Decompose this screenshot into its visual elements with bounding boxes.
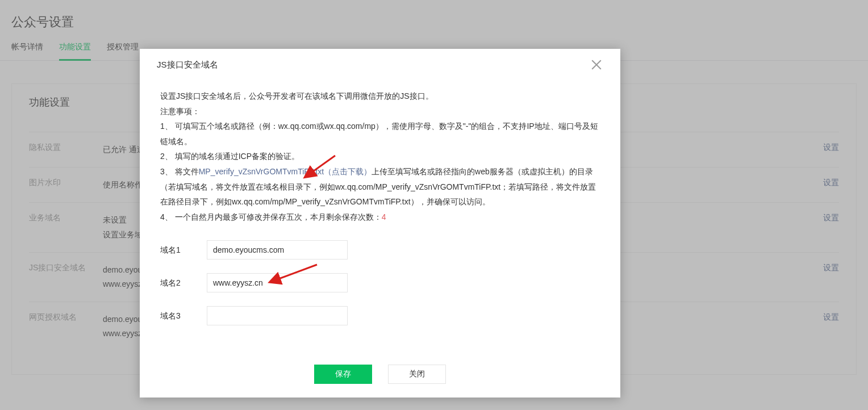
form-area: 域名1 域名2 域名3 bbox=[160, 224, 600, 325]
domain1-input[interactable] bbox=[207, 240, 348, 260]
modal: JS接口安全域名 设置JS接口安全域名后，公众号开发者可在该域名下调用微信开放的… bbox=[140, 49, 620, 398]
form-row-domain2: 域名2 bbox=[160, 273, 600, 292]
modal-note1: 1、 可填写五个域名或路径（例：wx.qq.com或wx.qq.com/mp），… bbox=[160, 119, 600, 149]
form-row-domain3: 域名3 bbox=[160, 306, 600, 325]
field-label: 域名2 bbox=[160, 275, 207, 291]
modal-note3-prefix: 3、 将文件 bbox=[160, 167, 199, 176]
download-link[interactable]: MP_verify_vZsnVrGOMTvmTiFP.txt（点击下载） bbox=[199, 167, 372, 176]
form-row-domain1: 域名1 bbox=[160, 240, 600, 260]
modal-note4-count: 4 bbox=[382, 212, 386, 221]
modal-title: JS接口安全域名 bbox=[157, 60, 218, 70]
modal-footer: 保存 关闭 bbox=[140, 357, 620, 398]
close-button[interactable]: 关闭 bbox=[388, 365, 446, 384]
modal-note2: 2、 填写的域名须通过ICP备案的验证。 bbox=[160, 149, 600, 164]
modal-body: 设置JS接口安全域名后，公众号开发者可在该域名下调用微信开放的JS接口。 注意事… bbox=[140, 80, 620, 357]
modal-notice-header: 注意事项： bbox=[160, 104, 600, 119]
save-button[interactable]: 保存 bbox=[314, 365, 372, 384]
modal-note4: 4、 一个自然月内最多可修改并保存五次，本月剩余保存次数：4 bbox=[160, 210, 600, 225]
domain3-input[interactable] bbox=[207, 306, 348, 325]
field-label: 域名3 bbox=[160, 308, 207, 324]
field-label: 域名1 bbox=[160, 242, 207, 258]
modal-header: JS接口安全域名 bbox=[140, 49, 620, 80]
modal-intro: 设置JS接口安全域名后，公众号开发者可在该域名下调用微信开放的JS接口。 bbox=[160, 89, 600, 104]
close-icon[interactable] bbox=[590, 58, 603, 72]
modal-note3: 3、 将文件MP_verify_vZsnVrGOMTvmTiFP.txt（点击下… bbox=[160, 164, 600, 210]
modal-note4-prefix: 4、 一个自然月内最多可修改并保存五次，本月剩余保存次数： bbox=[160, 212, 382, 221]
domain2-input[interactable] bbox=[207, 273, 348, 292]
